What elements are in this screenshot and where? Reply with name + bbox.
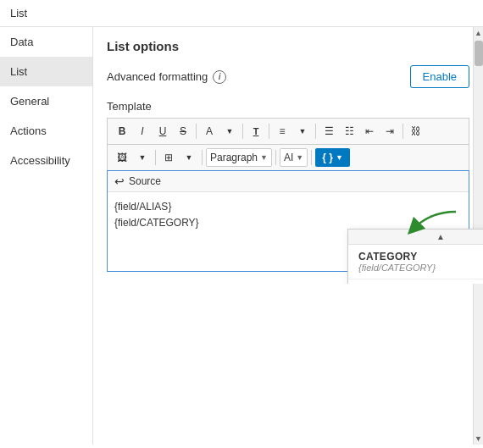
source-label: Source xyxy=(129,175,161,187)
paragraph-dropdown[interactable]: Paragraph ▼ xyxy=(206,148,272,167)
enable-button[interactable]: Enable xyxy=(410,65,469,88)
bold-button[interactable]: B xyxy=(113,122,131,141)
separator5 xyxy=(402,124,403,139)
align-button[interactable]: ≡ xyxy=(273,122,291,141)
sidebar-item-data[interactable]: Data xyxy=(0,27,92,57)
underline-button[interactable]: U xyxy=(153,122,172,141)
scroll-down-arrow[interactable]: ▼ xyxy=(474,433,484,445)
font-color-dropdown[interactable]: ▼ xyxy=(220,122,239,141)
separator1 xyxy=(196,124,197,139)
bullet-list-button[interactable]: ☰ xyxy=(319,122,338,141)
outdent-button[interactable]: ⇤ xyxy=(360,122,379,141)
link-button[interactable]: ⛓ xyxy=(407,122,425,141)
italic-button[interactable]: I xyxy=(133,122,152,141)
ordered-list-button[interactable]: ☷ xyxy=(340,122,358,141)
separator3 xyxy=(269,124,269,139)
table-dropdown[interactable]: ▼ xyxy=(180,148,198,167)
field-dropdown: ▲ CATEGORY {field/CATEGORY} xyxy=(347,229,483,284)
sidebar-item-actions[interactable]: Actions xyxy=(0,116,92,146)
sidebar-item-general[interactable]: General xyxy=(0,86,92,116)
dropdown-item-category[interactable]: CATEGORY {field/CATEGORY} xyxy=(348,245,483,279)
dropdown-item-longitude[interactable]: LONGITUDE {field/LONGITUDE} xyxy=(348,279,483,284)
sidebar: Data List General Actions Accessibility xyxy=(0,27,93,445)
separator2 xyxy=(242,124,243,139)
strikethrough-button[interactable]: S xyxy=(174,122,192,141)
source-icon: ↩ xyxy=(114,174,125,188)
scroll-up-arrow[interactable]: ▲ xyxy=(474,27,484,39)
template-label: Template xyxy=(107,100,469,113)
separator4 xyxy=(315,124,316,139)
separator8 xyxy=(275,150,276,165)
separator6 xyxy=(155,150,156,165)
dropdown-item-title: CATEGORY xyxy=(358,251,483,263)
source-bar: ↩ Source xyxy=(108,171,469,192)
sidebar-item-accessibility[interactable]: Accessibility xyxy=(0,146,92,175)
section-title: List options xyxy=(107,39,469,53)
window-title: List xyxy=(10,7,27,19)
advanced-formatting-label: Advanced formatting i xyxy=(107,70,226,84)
separator9 xyxy=(311,150,312,165)
curly-braces-button[interactable]: { } ▼ xyxy=(315,148,350,167)
separator7 xyxy=(202,150,203,165)
font-color-button[interactable]: A xyxy=(200,122,219,141)
ai-dropdown[interactable]: AI ▼ xyxy=(280,148,308,167)
align-dropdown[interactable]: ▼ xyxy=(293,122,312,141)
indent-button[interactable]: ⇥ xyxy=(380,122,399,141)
dropdown-scroll-up[interactable]: ▲ xyxy=(348,230,483,245)
toolbar-row1: B I U S A ▼ T ≡ ▼ ☰ ☷ ⇤ ⇥ xyxy=(107,118,469,144)
sidebar-item-list[interactable]: List xyxy=(0,57,92,86)
title-bar: List xyxy=(0,0,483,27)
dropdown-item-code-category: {field/CATEGORY} xyxy=(358,263,483,273)
font-size-button[interactable]: T xyxy=(247,122,265,141)
scroll-thumb-vertical[interactable] xyxy=(475,41,483,66)
image-dropdown[interactable]: ▼ xyxy=(133,148,152,167)
table-button[interactable]: ⊞ xyxy=(159,148,178,167)
image-button[interactable]: 🖼 xyxy=(113,148,131,167)
toolbar-row2: 🖼 ▼ ⊞ ▼ Paragraph ▼ AI ▼ xyxy=(107,144,469,170)
info-icon[interactable]: i xyxy=(213,70,226,84)
